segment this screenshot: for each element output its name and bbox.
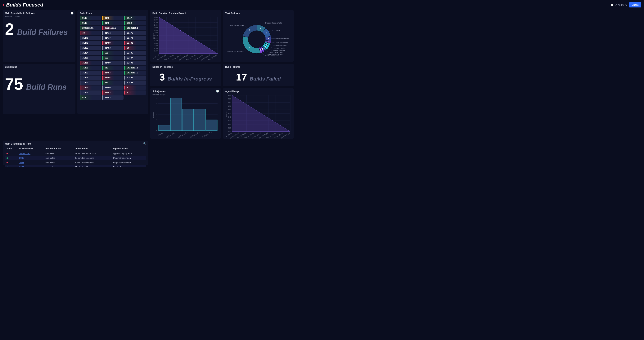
gear-icon[interactable]: ⚙ — [625, 3, 628, 6]
table-header: Build Number — [18, 146, 44, 151]
build-chip[interactable]: 31480 — [102, 41, 124, 45]
svg-text:3.10: 3.10 — [228, 127, 231, 129]
build-number-link[interactable]: 20221118.1 — [19, 152, 30, 155]
svg-text:4: 4 — [156, 108, 158, 110]
panel-build-duration: Build Duration for Main Branch seconds 1… — [150, 10, 221, 62]
build-chip[interactable]: 508 — [102, 51, 124, 55]
build-chip[interactable]: 31488 — [80, 61, 101, 65]
svg-text:3.70: 3.70 — [228, 105, 231, 107]
build-chip[interactable]: 512 — [124, 85, 146, 90]
stat-label: Build Failures — [17, 28, 68, 36]
panel-title: Build Runs — [80, 12, 146, 15]
svg-text:2,650: 2,650 — [154, 24, 158, 26]
build-chip[interactable]: 31499 — [80, 85, 101, 90]
build-chip[interactable]: 20221117.1 — [124, 66, 146, 70]
build-chip[interactable]: 31487 — [124, 56, 146, 60]
build-chip[interactable]: 31498 — [124, 80, 146, 85]
build-chip[interactable]: 31477 — [102, 36, 124, 40]
build-chip[interactable]: 31476 — [80, 36, 101, 40]
build-chip[interactable]: 9148 — [80, 21, 101, 25]
svg-text:3.60: 3.60 — [228, 109, 231, 111]
svg-line-90 — [270, 44, 275, 46]
build-chip[interactable]: 31485 — [124, 51, 146, 55]
build-number-link[interactable]: 2065 — [19, 162, 24, 164]
build-chip[interactable]: 31474 — [102, 31, 124, 35]
build-chip[interactable]: 9149 — [102, 21, 124, 25]
build-chip[interactable]: 514 — [80, 95, 101, 100]
svg-rect-53 — [158, 125, 170, 131]
build-chip[interactable]: 20221117.2 — [124, 71, 146, 75]
build-chip[interactable]: 31503 — [102, 95, 124, 100]
build-chip[interactable]: 9146 — [102, 16, 124, 20]
build-chip[interactable]: 509 — [102, 56, 124, 60]
pipeline-name: PluginsDeployment — [112, 165, 146, 167]
time-range-label: 24 hours — [615, 4, 624, 6]
build-chip[interactable]: 31494 — [80, 76, 101, 80]
build-chip[interactable]: 513 — [124, 90, 146, 95]
svg-line-86 — [271, 38, 276, 39]
build-chip[interactable]: 31500 — [102, 85, 124, 90]
clock-icon[interactable]: 🕒 — [216, 90, 219, 93]
svg-text:Run Smoke Tests: Run Smoke Tests — [230, 25, 244, 27]
build-chip[interactable]: 31479 — [80, 41, 101, 45]
header-left: Builds Focused — [3, 2, 43, 8]
table-row[interactable]: 2066 completed 30 minutes 1 second Plugi… — [5, 156, 146, 160]
table-row[interactable]: 2055 completed 31 minutes 20 seconds Plu… — [5, 165, 146, 167]
state-dot-icon — [6, 153, 8, 154]
build-chip[interactable]: 31493 — [102, 71, 124, 75]
build-chip[interactable]: 31495 — [102, 76, 124, 80]
build-number-link[interactable]: 2066 — [19, 157, 24, 159]
table-row[interactable]: 2065 completed 5 minutes 9 seconds Plugi… — [5, 160, 146, 165]
build-chip[interactable]: 507 — [124, 46, 146, 50]
build-chip[interactable]: 31491 — [80, 66, 101, 70]
panel-subtitle: Relative 7 days — [152, 94, 219, 96]
build-chip[interactable]: 31496 — [124, 76, 146, 80]
pipeline-name: cypress nightly tests — [112, 151, 146, 156]
svg-text:Install packages: Install packages — [276, 37, 289, 39]
time-range-selector[interactable]: 🕒 24 hours — [611, 4, 624, 6]
panel-title: Build Runs — [5, 66, 73, 68]
panel-title: Main Branch Build Failures — [5, 12, 73, 15]
svg-rect-56 — [194, 109, 206, 131]
state-dot-icon — [6, 167, 8, 167]
svg-text:2022-11-17T...: 2022-11-17T... — [201, 131, 212, 138]
build-chip[interactable]: 40 — [80, 31, 101, 35]
build-chip[interactable]: 31490 — [124, 61, 146, 65]
build-chip[interactable]: 510 — [102, 66, 124, 70]
build-chip[interactable]: 511 — [102, 80, 124, 85]
build-chip[interactable]: 31489 — [102, 61, 124, 65]
search-icon[interactable]: 🔍 — [143, 142, 146, 145]
build-chip[interactable]: 20221118.1 — [124, 26, 146, 30]
build-chip[interactable]: 9150 — [124, 21, 146, 25]
agent-usage-chart: number 17 00:00Nov 17 03:00Nov 17 06:00N… — [225, 94, 292, 139]
panel-job-queues: Job Queues Relative 7 days 🕒 number 2022… — [150, 88, 221, 139]
build-chip[interactable]: 31486 — [80, 56, 101, 60]
build-chip[interactable]: 31478 — [124, 36, 146, 40]
table-row[interactable]: 20221118.1 completed 27 minutes 51 secon… — [5, 151, 146, 156]
svg-rect-54 — [170, 98, 182, 131]
svg-text:Publish Storybook: Publish Storybook — [265, 54, 279, 56]
svg-text:Check if Stage is Valid: Check if Stage is Valid — [265, 22, 282, 24]
svg-text:APITest: APITest — [274, 29, 280, 31]
build-chip[interactable]: 31502 — [102, 90, 124, 95]
clock-icon: 🕒 — [611, 4, 614, 6]
stat-label: Build Runs — [26, 83, 67, 91]
build-chip[interactable]: 31501 — [80, 90, 101, 95]
build-chip[interactable]: 9145 — [80, 16, 101, 20]
build-chip[interactable]: 20221118.1 — [102, 26, 124, 30]
build-chip[interactable]: 31483 — [102, 46, 124, 50]
panel-build-runs-grid: Build Runs ▼ 914591469147914891499150202… — [77, 10, 148, 114]
job-queues-chart: number 2022-11...2022-11-14T...2022-11-1… — [152, 97, 220, 138]
build-number-link[interactable]: 2055 — [19, 166, 24, 167]
build-chip[interactable]: 20221118.1 — [80, 26, 101, 30]
build-chip[interactable]: 31475 — [124, 31, 146, 35]
share-button[interactable]: Share — [629, 2, 641, 7]
build-chip[interactable]: 9147 — [124, 16, 146, 20]
build-chip[interactable]: 31484 — [80, 51, 101, 55]
svg-text:1: 1 — [264, 47, 265, 49]
clock-icon[interactable]: 🕒 — [70, 12, 74, 14]
build-chip[interactable]: 31482 — [80, 46, 101, 50]
build-chip[interactable]: 31481 — [124, 41, 146, 45]
build-chip[interactable]: 31492 — [80, 71, 101, 75]
build-chip[interactable]: 31497 — [80, 80, 101, 85]
